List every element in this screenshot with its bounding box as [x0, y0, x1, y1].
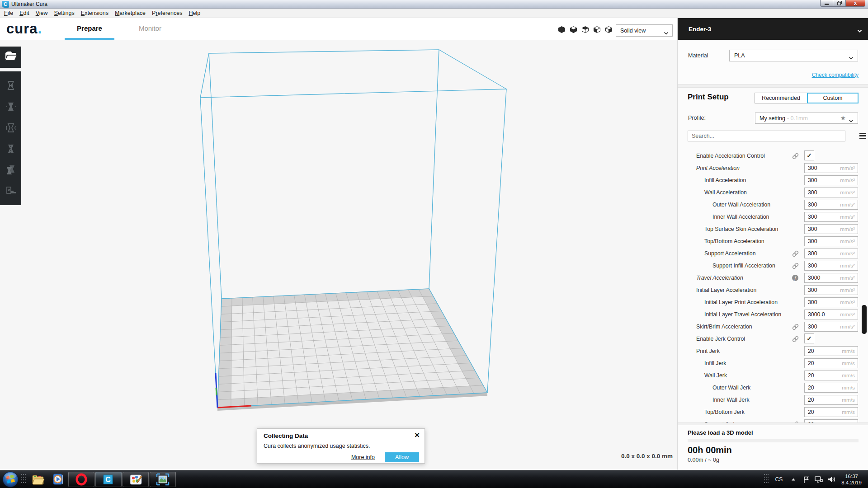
- view-left-icon[interactable]: [593, 26, 601, 33]
- setting-row: Enable Jerk Control✓: [678, 333, 868, 345]
- network-icon[interactable]: [814, 475, 823, 483]
- view-mode-dropdown[interactable]: Solid view: [616, 24, 673, 37]
- view-front-icon[interactable]: [570, 26, 577, 33]
- menu-preferences[interactable]: Preferences: [149, 9, 185, 17]
- setting-value-input[interactable]: 3000mm/s²: [804, 273, 858, 283]
- view-3d-icon[interactable]: [558, 26, 566, 33]
- setting-checkbox[interactable]: ✓: [804, 333, 814, 343]
- setting-value-input[interactable]: 20mm/s: [804, 419, 858, 422]
- setting-value-input[interactable]: 20mm/s: [804, 407, 858, 417]
- setting-value-input[interactable]: 300mm/s²: [804, 163, 858, 173]
- setting-value-input[interactable]: 300mm/s²: [804, 224, 858, 234]
- material-dropdown[interactable]: PLA: [729, 50, 858, 61]
- profile-dropdown[interactable]: My setting - 0.1mm ★: [755, 113, 858, 124]
- setting-value-input[interactable]: 20mm/s: [804, 346, 858, 356]
- setting-value-input[interactable]: 20mm/s: [804, 395, 858, 405]
- allow-button[interactable]: Allow: [385, 452, 419, 462]
- taskbar-opera-button[interactable]: [68, 472, 94, 487]
- rotate-tool-button[interactable]: [4, 121, 18, 135]
- move-tool-button[interactable]: [4, 79, 18, 92]
- close-button[interactable]: x: [845, 0, 865, 7]
- setting-value-input[interactable]: 20mm/s: [804, 371, 858, 380]
- tab-prepare[interactable]: Prepare: [65, 18, 114, 40]
- setting-row: Inner Wall Jerk20mm/s: [678, 394, 868, 406]
- setting-value-input[interactable]: 300mm/s²: [804, 236, 858, 246]
- menu-marketplace[interactable]: Marketplace: [112, 9, 149, 17]
- setting-row: Top/Bottom Jerk20mm/s: [678, 406, 868, 418]
- per-model-settings-tool-button[interactable]: [4, 163, 18, 177]
- taskbar-windows-media-player-button[interactable]: [48, 471, 68, 488]
- setting-value-input[interactable]: 3000.0mm/s²: [804, 310, 858, 319]
- setting-value-input[interactable]: 300mm/s²: [804, 261, 858, 271]
- setting-row: Support Acceleration300mm/s²: [678, 248, 868, 260]
- custom-mode-button[interactable]: Custom: [807, 93, 859, 103]
- check-compatibility-link[interactable]: Check compatibility: [812, 72, 859, 78]
- search-input[interactable]: [688, 131, 845, 141]
- setting-unit: mm/s²: [840, 275, 855, 281]
- recommended-mode-button[interactable]: Recommended: [755, 93, 807, 103]
- mirror-tool-button[interactable]: [4, 142, 18, 155]
- start-button[interactable]: [2, 471, 19, 488]
- menu-file[interactable]: File: [1, 9, 16, 17]
- setting-value-input[interactable]: 20mm/s: [804, 383, 858, 393]
- setting-label: Print Jerk: [696, 348, 720, 354]
- setting-value-input[interactable]: 300mm/s²: [804, 297, 858, 307]
- taskbar-image-viewer-button[interactable]: [150, 472, 176, 487]
- setting-value-input[interactable]: 300mm/s²: [804, 188, 858, 197]
- setting-value-input[interactable]: 300mm/s²: [804, 212, 858, 222]
- menu-help[interactable]: Help: [185, 9, 203, 17]
- machine-selector[interactable]: Ender-3: [678, 18, 868, 40]
- print-time-estimate: 00h 00min: [688, 445, 732, 455]
- setting-value: 300: [808, 324, 840, 330]
- dialog-close-icon[interactable]: ×: [415, 430, 420, 440]
- setting-label: Inner Wall Jerk: [712, 397, 750, 403]
- menu-extensions[interactable]: Extensions: [78, 9, 112, 17]
- setting-unit: mm/s: [842, 372, 855, 379]
- setting-value-input[interactable]: 300mm/s²: [804, 175, 858, 185]
- chevron-down-icon: [849, 55, 854, 61]
- language-indicator[interactable]: CS: [775, 476, 783, 483]
- setting-row: Support Jerk20mm/s: [678, 418, 868, 422]
- setting-checkbox[interactable]: ✓: [804, 150, 814, 160]
- more-info-link[interactable]: More info: [351, 454, 375, 460]
- open-file-button[interactable]: [0, 47, 21, 68]
- setting-value: 300: [808, 177, 840, 183]
- scale-icon: [5, 101, 17, 113]
- scale-tool-button[interactable]: [4, 100, 18, 113]
- setting-value: 20: [808, 372, 842, 379]
- menu-view[interactable]: View: [33, 9, 51, 17]
- setting-label: Wall Jerk: [704, 372, 727, 379]
- setting-value-input[interactable]: 300mm/s²: [804, 249, 858, 258]
- setting-label: Top/Bottom Acceleration: [704, 238, 764, 244]
- view-right-icon[interactable]: [605, 26, 613, 33]
- menu-edit[interactable]: Edit: [16, 9, 33, 17]
- action-center-flag-icon[interactable]: [802, 475, 811, 483]
- menu-settings[interactable]: Settings: [51, 9, 78, 17]
- taskbar-windows-explorer-button[interactable]: [28, 471, 48, 488]
- linked-settings-icon: [792, 152, 800, 160]
- minimize-button[interactable]: [820, 0, 833, 7]
- settings-menu-icon[interactable]: [859, 133, 866, 139]
- setting-value-input[interactable]: 300mm/s²: [804, 322, 858, 332]
- setting-value-input[interactable]: 300mm/s²: [804, 285, 858, 295]
- viewport-3d[interactable]: [0, 40, 677, 470]
- restore-button[interactable]: [833, 0, 845, 7]
- view-top-icon[interactable]: [581, 26, 589, 33]
- system-tray: CS 16:37 8.4.2019: [762, 470, 868, 488]
- tray-grip: [764, 474, 769, 485]
- support-blocker-tool-button[interactable]: [4, 184, 18, 198]
- svg-text:C: C: [105, 476, 111, 483]
- setting-value-input[interactable]: 20mm/s: [804, 358, 858, 368]
- scrollbar-thumb[interactable]: [862, 305, 867, 334]
- volume-icon[interactable]: [827, 475, 836, 483]
- star-icon[interactable]: ★: [840, 114, 846, 122]
- setting-value-input[interactable]: 300mm/s²: [804, 200, 858, 210]
- taskbar-cura-button[interactable]: C: [95, 472, 122, 487]
- hidden-icons-arrow[interactable]: [789, 475, 798, 483]
- tab-monitor[interactable]: Monitor: [127, 18, 173, 38]
- setting-value: 20: [808, 360, 842, 366]
- setting-unit: mm/s: [842, 409, 855, 415]
- taskbar-paint-button[interactable]: [123, 472, 149, 487]
- clock[interactable]: 16:37 8.4.2019: [841, 473, 862, 486]
- dialog-title: Collecting Data: [264, 432, 308, 439]
